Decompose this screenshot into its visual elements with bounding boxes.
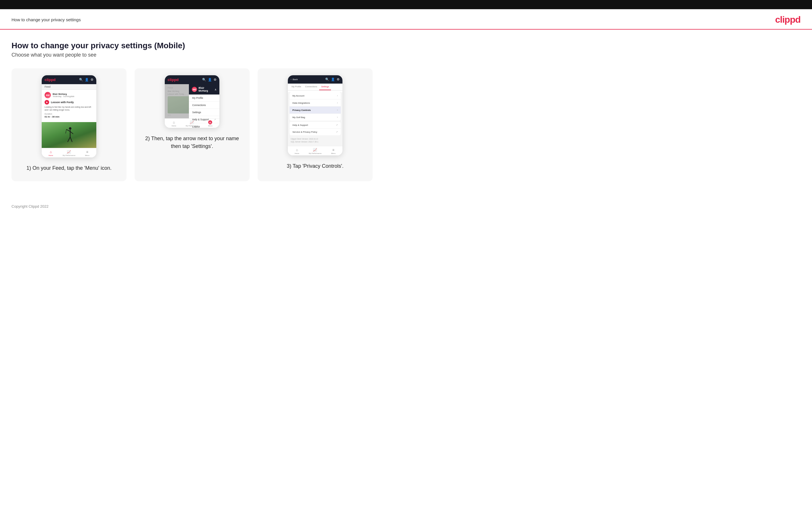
my-account-arrow: › xyxy=(337,94,338,97)
version-info: Clippd Client Version: 2022.8.3-3 GQL Se… xyxy=(288,135,343,146)
feed-screen: Feed BM Blair McHarg Yesterday · Sunning… xyxy=(42,84,96,157)
step-1-phone: clippd 🔍 👤 ⚙ Feed BM Blair McHarg xyxy=(42,75,96,157)
svg-line-4 xyxy=(67,137,70,142)
step-3-caption: 3) Tap 'Privacy Controls'. xyxy=(287,162,344,170)
phone-nav-2: clippd 🔍 👤 ⚙ xyxy=(165,75,219,84)
step-3-phone: ‹ Back 🔍 👤 ⚙ My Profile Connections Sett… xyxy=(288,75,343,155)
phone-nav-3: ‹ Back 🔍 👤 ⚙ xyxy=(288,75,343,83)
performance-icon-3: 📈 xyxy=(313,148,317,152)
help-support-label: Help & Support xyxy=(293,124,308,126)
settings-single-list: Help & Support ↗ Service & Privacy Polic… xyxy=(290,122,341,135)
footer: Copyright Clippd 2022 xyxy=(0,199,812,214)
header-title: How to change your privacy settings xyxy=(11,17,81,22)
gql-version: GQL Server Version: 2022.7.30-1 xyxy=(291,140,340,143)
settings-tabs: My Profile Connections Settings xyxy=(288,83,343,91)
bottom-nav-home-3: ⌂ Home xyxy=(288,148,306,154)
drawer-chevron[interactable]: ∧ xyxy=(214,88,216,91)
feed-tab-bar: Feed xyxy=(42,84,96,90)
back-chevron-icon: ‹ xyxy=(291,78,292,81)
data-integrations-arrow: › xyxy=(337,101,338,104)
performance-label-1: My Performance xyxy=(63,155,75,156)
feed-post-name: Blair McHarg xyxy=(53,93,74,95)
my-golf-bag-arrow: › xyxy=(337,116,338,119)
feed-duration-label: Duration xyxy=(45,113,94,115)
golfer-silhouette xyxy=(64,126,76,147)
bottom-nav-3: ⌂ Home 📈 My Performance ≡ Menu xyxy=(288,146,343,155)
settings-row-my-golf-bag[interactable]: My Golf Bag › xyxy=(290,114,341,121)
home-icon-2: ⌂ xyxy=(173,120,175,124)
client-version: Clippd Client Version: 2022.8.3-3 xyxy=(291,137,340,140)
step-3-card: ‹ Back 🔍 👤 ⚙ My Profile Connections Sett… xyxy=(258,68,373,181)
feed-lesson-icon: ▶ xyxy=(45,100,49,105)
menu-item-help-support[interactable]: Help & Support ↗ xyxy=(189,116,219,123)
drawer-user-name: Blair McHarg xyxy=(199,87,214,92)
menu-label-1: Menu xyxy=(85,155,90,156)
step-1-card: clippd 🔍 👤 ⚙ Feed BM Blair McHarg xyxy=(11,68,126,181)
bottom-nav-menu-1[interactable]: ≡ Menu xyxy=(78,150,96,156)
tab-my-profile[interactable]: My Profile xyxy=(290,83,303,90)
privacy-policy-ext-icon: ↗ xyxy=(336,131,338,133)
bottom-nav-home-2: ⌂ Home xyxy=(165,120,183,127)
phone-logo-2: clippd xyxy=(168,77,179,82)
my-golf-bag-label: My Golf Bag xyxy=(293,116,305,119)
feed-lesson-row: ▶ Lesson with Fordy xyxy=(45,100,94,105)
performance-label-3: My Performance xyxy=(309,153,321,154)
svg-point-0 xyxy=(69,127,71,129)
menu-item-logout[interactable]: Logout xyxy=(189,123,219,128)
data-integrations-label: Data Integrations xyxy=(293,102,310,104)
feed-duration-val: 01 hr : 30 min xyxy=(45,115,94,118)
home-label-3: Home xyxy=(295,153,299,154)
feed-image xyxy=(42,122,96,148)
svg-line-6 xyxy=(65,129,66,133)
settings-row-help-support[interactable]: Help & Support ↗ xyxy=(290,122,341,129)
menu-icon-3: ≡ xyxy=(333,148,335,152)
tab-connections[interactable]: Connections xyxy=(303,83,319,90)
privacy-controls-arrow: › xyxy=(337,109,338,111)
phone-nav-icons-2: 🔍 👤 ⚙ xyxy=(202,78,216,81)
menu-open-screen: Feed Blair McHarg Lesson with Fordy... A… xyxy=(165,84,219,118)
home-label-2: Home xyxy=(172,125,176,127)
page-heading: How to change your privacy settings (Mob… xyxy=(11,41,801,50)
feed-post-header: BM Blair McHarg Yesterday · Sunningdale xyxy=(45,92,94,98)
settings-row-my-account[interactable]: My Account › xyxy=(290,92,341,99)
step-1-caption: 1) On your Feed, tap the 'Menu' icon. xyxy=(27,164,111,172)
help-support-ext-icon: ↗ xyxy=(336,124,338,126)
settings-icon-1: ⚙ xyxy=(91,78,94,81)
menu-item-settings[interactable]: Settings xyxy=(189,109,219,116)
step-2-phone: clippd 🔍 👤 ⚙ Feed Blair McHarg Lesson wi… xyxy=(165,75,219,128)
copyright: Copyright Clippd 2022 xyxy=(11,204,49,209)
back-label: Back xyxy=(293,78,298,81)
settings-row-privacy-policy[interactable]: Service & Privacy Policy ↗ xyxy=(290,129,341,135)
search-icon-3: 🔍 xyxy=(325,77,329,81)
svg-line-2 xyxy=(66,129,70,131)
settings-icon-2: ⚙ xyxy=(214,78,216,81)
settings-icon-3: ⚙ xyxy=(337,77,340,81)
top-bar xyxy=(0,0,812,9)
settings-row-privacy-controls[interactable]: Privacy Controls › xyxy=(290,107,341,114)
logo: clippd xyxy=(775,14,801,25)
feed-post: BM Blair McHarg Yesterday · Sunningdale … xyxy=(42,90,96,122)
steps-container: clippd 🔍 👤 ⚙ Feed BM Blair McHarg xyxy=(11,68,801,181)
menu-item-my-profile[interactable]: My Profile xyxy=(189,95,219,102)
main-content: How to change your privacy settings (Mob… xyxy=(0,30,812,199)
bottom-nav-1: ⌂ Home 📈 My Performance ≡ Menu xyxy=(42,148,96,157)
menu-label-3: Menu xyxy=(331,153,336,154)
menu-icon-1: ≡ xyxy=(86,150,88,154)
phone-nav-1: clippd 🔍 👤 ⚙ xyxy=(42,75,96,84)
menu-item-connections[interactable]: Connections xyxy=(189,102,219,109)
user-icon-3: 👤 xyxy=(331,77,335,81)
user-icon-2: 👤 xyxy=(208,78,212,81)
search-icon-1: 🔍 xyxy=(79,78,83,81)
step-2-caption: 2) Then, tap the arrow next to your name… xyxy=(142,135,243,150)
bottom-nav-menu-3[interactable]: ≡ Menu xyxy=(324,148,343,154)
phone-nav-icons-1: 🔍 👤 ⚙ xyxy=(79,78,94,81)
svg-line-5 xyxy=(70,137,72,142)
step-2-card: clippd 🔍 👤 ⚙ Feed Blair McHarg Lesson wi… xyxy=(135,68,250,181)
performance-icon-1: 📈 xyxy=(67,150,71,154)
settings-screen: My Account › Data Integrations › Privacy… xyxy=(288,92,343,146)
settings-row-data-integrations[interactable]: Data Integrations › xyxy=(290,99,341,107)
drawer-header: BM Blair McHarg ∧ xyxy=(189,84,219,95)
tab-settings[interactable]: Settings xyxy=(319,83,331,90)
drawer-user: BM Blair McHarg xyxy=(192,87,214,92)
user-icon-1: 👤 xyxy=(85,78,89,81)
